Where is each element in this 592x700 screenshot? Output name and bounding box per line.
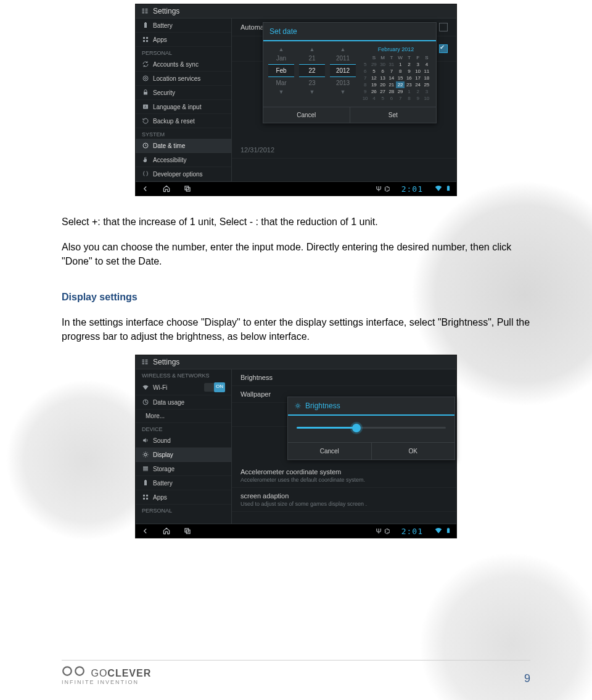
battery-icon [445,184,451,194]
option-date-value[interactable]: 12/31/2012 [232,142,456,159]
sidebar-item-battery[interactable]: Battery [136,476,231,490]
svg-rect-10 [143,40,145,42]
chevron-down-icon[interactable]: ▼ [310,89,315,95]
slider-thumb[interactable] [352,424,361,432]
chevron-up-icon[interactable]: ▲ [310,46,315,52]
svg-rect-25 [146,360,148,361]
svg-rect-22 [142,360,145,361]
battery-icon [445,526,451,536]
option-label: Brightness [240,374,273,381]
ok-button[interactable]: OK [372,443,455,459]
sidebar-item-label: Storage [153,466,175,472]
settings-icon [141,7,149,15]
apps-icon [142,36,149,43]
option-label: Wallpaper [240,390,271,398]
cancel-button[interactable]: Cancel [263,107,350,123]
sidebar-item-more[interactable]: More... [136,410,231,423]
brightness-slider[interactable] [297,427,446,429]
option-screen-adaption[interactable]: screen adaption Used to adjust size of s… [232,488,456,512]
page-footer: GOGOCLEVERCLEVER INFINITE INVENTION 9 [62,660,530,685]
status-icons: Ψ ⌬ [376,185,390,193]
sidebar-item-label: Developer options [153,171,203,178]
svg-rect-9 [146,37,148,39]
svg-point-39 [297,405,299,407]
cancel-button[interactable]: Cancel [288,443,372,459]
dialog-title-text: Brightness [305,401,340,410]
spinner-value-selected[interactable]: 2012 [330,64,356,77]
wifi-toggle[interactable]: ON [204,383,225,392]
spinner-value-selected[interactable]: 22 [299,64,325,77]
svg-rect-21 [448,186,449,186]
chevron-down-icon[interactable]: ▼ [279,89,284,95]
day-spinner[interactable]: ▲ 21 22 23 ▼ [299,46,325,102]
spinner-value-selected[interactable]: Feb [268,64,294,77]
wifi-icon [434,184,443,194]
calendar-grid[interactable]: SMTWTFS529303112346567891011712131415161… [361,54,431,102]
brand-tagline: INFINITE INVENTION [62,679,139,685]
sidebar-item-display[interactable]: Display [136,448,231,462]
back-icon[interactable] [141,184,150,194]
svg-point-12 [145,78,147,80]
checkbox-checked[interactable] [439,44,448,53]
location-icon [142,75,149,82]
sidebar-item-battery[interactable]: Battery [136,19,231,33]
sidebar-item-language[interactable]: A Language & input [136,100,231,114]
sidebar-item-backup[interactable]: Backup & reset [136,114,231,128]
system-navbar: Ψ ⌬ 2:01 [136,181,456,196]
status-icons-right [434,526,451,536]
wifi-icon [434,526,443,536]
sidebar-item-label: More... [146,413,165,419]
option-label: Accelerometer coordinate system [240,468,341,476]
braces-icon [142,170,149,178]
svg-point-44 [63,667,72,675]
paragraph: Also you can choose the number, enter th… [62,240,530,268]
home-icon[interactable] [162,184,171,194]
sidebar-item-apps[interactable]: Apps [136,490,231,504]
month-spinner[interactable]: ▲ Jan Feb Mar ▼ [268,46,294,102]
set-button[interactable]: Set [350,107,437,123]
sidebar-item-security[interactable]: Security [136,86,231,100]
option-brightness[interactable]: Brightness [232,369,456,386]
sidebar-item-label: Data usage [153,399,184,406]
spinner-value: Jan [276,52,286,64]
battery-icon [142,22,149,29]
brand-light: GO [91,668,107,678]
battery-icon [142,479,149,487]
back-icon[interactable] [141,526,150,536]
sidebar-item-label: Date & time [153,142,185,149]
sidebar-item-sound[interactable]: Sound [136,434,231,448]
recent-icon[interactable] [183,526,192,536]
sidebar-item-storage[interactable]: Storage [136,462,231,476]
sidebar-item-data-usage[interactable]: Data usage [136,395,231,410]
sidebar-item-date-time[interactable]: Date & time [136,139,231,153]
chevron-down-icon[interactable]: ▼ [340,89,346,95]
settings-sidebar: WIRELESS & NETWORKS Wi-Fi ON Data usage … [136,369,232,524]
svg-rect-4 [146,10,148,12]
home-icon[interactable] [162,526,171,536]
sidebar-item-developer[interactable]: Developer options [136,167,231,181]
recent-icon[interactable] [183,184,192,194]
svg-rect-26 [146,361,148,363]
status-icons: Ψ ⌬ [376,527,390,535]
date-value: 12/31/2012 [240,146,274,154]
calendar[interactable]: February 2012 SMTWTFS5293031123465678910… [361,46,431,102]
sidebar-item-apps[interactable]: Apps [136,33,231,47]
chevron-up-icon[interactable]: ▲ [279,46,284,52]
svg-rect-31 [143,469,148,470]
year-spinner[interactable]: ▲ 2011 2012 2013 ▼ [330,46,356,102]
sidebar-item-location[interactable]: Location services [136,72,231,86]
checkbox[interactable] [439,23,448,31]
usb-icon: Ψ [376,185,381,192]
sidebar-category-system: SYSTEM [136,128,231,139]
sidebar-item-label: Battery [153,480,173,487]
sidebar-item-wifi[interactable]: Wi-Fi ON [136,380,231,395]
sidebar-item-accounts-sync[interactable]: Accounts & sync [136,57,231,72]
chevron-up-icon[interactable]: ▲ [340,46,346,52]
hand-icon [142,156,149,163]
svg-rect-2 [142,12,145,14]
sidebar-item-accessibility[interactable]: Accessibility [136,153,231,167]
svg-rect-35 [143,495,145,496]
svg-rect-14 [144,92,147,95]
option-accelerometer[interactable]: Accelerometer coordinate system Accelero… [232,464,456,488]
svg-point-45 [75,667,84,675]
